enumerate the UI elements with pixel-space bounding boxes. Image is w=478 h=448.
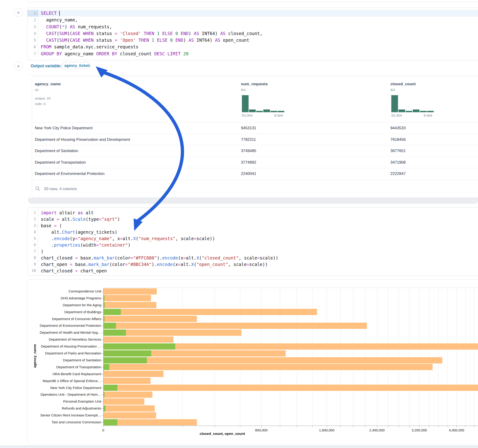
code-line[interactable]: 5 CAST(SUM(CASE WHEN status = 'Open' THE… bbox=[27, 37, 478, 44]
gridline bbox=[447, 288, 448, 426]
code-text: .encode(y="agency_name", x=alt.X("num_re… bbox=[38, 235, 215, 242]
code-line[interactable]: 3⌄base = ( bbox=[27, 222, 478, 229]
x-axis-tick bbox=[327, 426, 327, 427]
y-axis-tick bbox=[102, 408, 103, 409]
column-header[interactable]: agency_name bbox=[35, 82, 61, 87]
y-axis-label: Department of Homeless Services bbox=[49, 337, 101, 341]
line-number: 4 bbox=[27, 30, 38, 37]
gridline bbox=[297, 288, 297, 426]
y-axis-tick bbox=[102, 374, 103, 374]
code-text: chart_closed = base.mark_bar(color="#FFC… bbox=[38, 255, 278, 261]
histogram-min-label: 53,304 bbox=[242, 113, 252, 117]
code-text: FROM sample_data.nyc.service_requests bbox=[38, 44, 138, 50]
open_count-bar bbox=[104, 309, 121, 315]
y-axis-label: HRA Benefit Card Replacement bbox=[53, 372, 101, 376]
open_count-bar bbox=[104, 295, 104, 301]
y-axis-label: Operations Unit - Department of Hom… bbox=[41, 392, 101, 396]
code-line[interactable]: 9chart_open = base.mark_bar(color="#8BC3… bbox=[27, 261, 478, 268]
code-line[interactable]: 4 CAST(SUM(CASE WHEN status = 'Closed' T… bbox=[27, 30, 478, 37]
bar-chart-plot: 800,0001,600,0002,400,0003,200,0004,000,… bbox=[103, 288, 478, 426]
column-histogram[interactable]: 53,3049.4e6 bbox=[391, 95, 435, 116]
table-cell: 3749485 bbox=[241, 145, 256, 157]
code-line[interactable]: 1import altair as alt bbox=[27, 210, 478, 216]
code-line[interactable]: 6 .properties(width="container") bbox=[27, 242, 478, 248]
x-axis-tick bbox=[182, 426, 183, 427]
code-text: CAST(SUM(CASE WHEN status = 'Closed' THE… bbox=[38, 30, 262, 37]
line-number: 3 bbox=[27, 24, 38, 30]
gridline bbox=[280, 288, 280, 426]
y-axis-label: Taxi and Limousine Commission bbox=[52, 420, 101, 424]
open_count-bar bbox=[104, 392, 104, 398]
add-cell-button-output[interactable]: + bbox=[14, 62, 23, 70]
table-row[interactable]: New York City Police Department945313194… bbox=[32, 122, 478, 134]
gridline bbox=[438, 288, 439, 426]
gridline bbox=[419, 288, 419, 426]
code-text: SELECT bbox=[38, 10, 60, 17]
fold-chevron-icon[interactable]: ⌄ bbox=[37, 223, 38, 229]
code-line[interactable]: 2scale = alt.Scale(type="sqrt") bbox=[27, 216, 478, 222]
y-axis-tick bbox=[102, 333, 103, 333]
code-line[interactable]: 4 alt.Chart(agency_tickets) bbox=[27, 229, 478, 235]
y-axis-label: Refunds and Adjustments bbox=[62, 406, 101, 410]
code-line[interactable]: 5 .encode(y="agency_name", x=alt.X("num_… bbox=[27, 235, 478, 242]
column-meta: nulls: 0 bbox=[35, 102, 45, 106]
code-line[interactable]: 2 agency_name, bbox=[27, 17, 478, 23]
code-text: COUNT(*) AS num_requests, bbox=[38, 24, 112, 30]
table-footer[interactable]: 20 rows, 4 columns bbox=[35, 184, 77, 193]
code-line[interactable]: 7) bbox=[27, 248, 478, 255]
code-line[interactable]: 7GROUP BY agency_name ORDER BY closed_co… bbox=[27, 50, 478, 57]
gridline bbox=[182, 288, 183, 426]
table-cell: 7782211 bbox=[241, 134, 256, 145]
histogram-bar bbox=[398, 109, 405, 112]
query-results-table[interactable]: agency_namestrunique: 20nulls: 0num_requ… bbox=[32, 76, 478, 198]
x-axis-tick bbox=[377, 426, 377, 427]
histogram-bar bbox=[263, 109, 270, 112]
code-line[interactable]: 3 COUNT(*) AS num_requests, bbox=[27, 24, 478, 30]
table-row[interactable]: Department of Sanitation37494853677651 bbox=[32, 145, 478, 157]
code-line[interactable]: 1⌄SELECT bbox=[27, 10, 478, 17]
output-variable-label: Output variable: bbox=[31, 64, 62, 68]
closed_count-bar bbox=[104, 357, 442, 363]
x-axis-label: 3,200,000 bbox=[401, 428, 438, 432]
line-number: 7 bbox=[27, 50, 38, 57]
line-number: 10 bbox=[27, 268, 38, 274]
sql-code-cell[interactable]: 1⌄SELECT 2 agency_name,3 COUNT(*) AS num… bbox=[27, 8, 478, 60]
table-cell: 9453131 bbox=[241, 123, 256, 134]
y-axis-label: Department of Transportation bbox=[56, 365, 101, 369]
x-axis-label: 4,800,000 bbox=[472, 428, 478, 432]
histogram-bar bbox=[413, 109, 419, 112]
add-cell-button-top[interactable]: + bbox=[14, 8, 23, 17]
python-code-cell[interactable]: 1import altair as alt2scale = alt.Scale(… bbox=[27, 207, 478, 276]
column-histogram[interactable]: 53,3049.5e6 bbox=[242, 95, 286, 116]
code-text: ) bbox=[38, 248, 43, 255]
gridline bbox=[261, 288, 262, 426]
code-line[interactable]: 10chart_closed + chart_open bbox=[27, 268, 478, 274]
code-line[interactable]: 6FROM sample_data.nyc.service_requests bbox=[27, 44, 478, 50]
table-rows: New York City Police Department945313194… bbox=[32, 122, 478, 180]
output-variable-pill[interactable]: agency_tickets bbox=[62, 62, 90, 69]
y-axis-tick bbox=[102, 346, 103, 347]
search-icon[interactable] bbox=[35, 186, 40, 191]
x-axis-tick bbox=[353, 426, 353, 427]
code-line[interactable]: 8chart_closed = base.mark_bar(color="#FF… bbox=[27, 255, 478, 261]
histogram-min-label: 53,304 bbox=[391, 113, 402, 117]
histogram-bar bbox=[242, 95, 249, 112]
open_count-bar bbox=[104, 385, 117, 391]
x-axis-label: 1,600,000 bbox=[308, 428, 345, 432]
closed_count-bar bbox=[104, 412, 156, 418]
y-axis-tick bbox=[102, 326, 103, 326]
table-row[interactable]: Department of Transportation377489234719… bbox=[32, 157, 478, 168]
fold-chevron-icon[interactable]: ⌄ bbox=[37, 10, 38, 17]
table-row[interactable]: Department of Environmental Protection22… bbox=[32, 168, 478, 180]
x-axis-label: 2,400,000 bbox=[358, 428, 396, 432]
x-axis-tick bbox=[474, 426, 474, 427]
gridline bbox=[388, 288, 388, 426]
code-text: base = ( bbox=[38, 222, 62, 229]
table-row[interactable]: Department of Housing Preservation and D… bbox=[32, 134, 478, 145]
column-header[interactable]: num_requests bbox=[241, 82, 268, 87]
column-header[interactable]: closed_count bbox=[390, 82, 416, 87]
gridline bbox=[474, 288, 474, 426]
column-type: str bbox=[35, 88, 39, 92]
table-row-count: 20 rows, 4 columns bbox=[44, 187, 77, 191]
column-type: i64 bbox=[241, 88, 245, 92]
